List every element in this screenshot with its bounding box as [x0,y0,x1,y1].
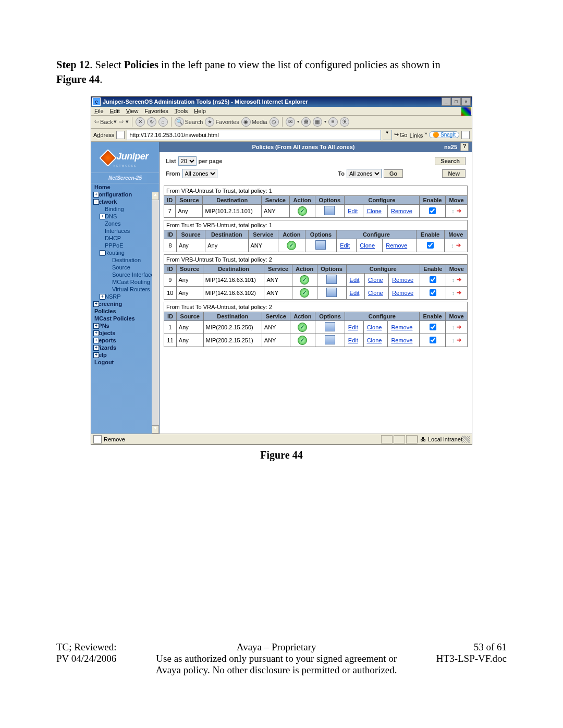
enable-checkbox[interactable] [427,242,434,249]
tree-expander-icon[interactable]: - [100,250,105,256]
nav-item-destination[interactable]: Destination [91,256,159,264]
log-option-icon[interactable] [326,275,337,284]
nav-item-help[interactable]: +Help [91,351,159,359]
per-page-select[interactable]: 20 [178,156,197,166]
nav-scrollbar[interactable]: ▲▼ [152,192,159,434]
media-button[interactable]: ◉Media [241,117,267,127]
clone-link[interactable]: Clone [368,290,383,296]
move-arrow-icon[interactable]: ➔ [457,207,461,214]
log-option-icon[interactable] [325,322,335,331]
log-option-icon[interactable] [324,206,335,215]
move-updown-icon[interactable]: ↕ [451,337,455,343]
refresh-icon[interactable]: ↻ [147,117,156,127]
move-arrow-icon[interactable]: ➔ [457,276,461,283]
nav-item-network[interactable]: -Network [91,198,159,205]
edit-link[interactable]: Edit [350,290,360,296]
snagit-button[interactable]: 🟠 SnagIt [429,131,459,138]
tree-expander-icon[interactable]: + [93,192,99,198]
log-option-icon[interactable] [325,335,335,344]
move-arrow-icon[interactable]: ➔ [457,289,461,296]
snagit-capture-icon[interactable] [461,131,470,139]
nav-item-pppoe[interactable]: PPPoE [91,242,159,249]
clone-link[interactable]: Clone [367,337,382,343]
menu-favorites[interactable]: Favorites [144,108,168,114]
nav-item-objects[interactable]: +Objects [91,329,159,337]
nav-item-dhcp[interactable]: DHCP [91,235,159,242]
nav-item-logout[interactable]: Logout [91,359,159,366]
links-label[interactable]: Links » [409,131,427,139]
enable-checkbox[interactable] [429,207,436,214]
tree-expander-icon[interactable]: + [93,330,99,336]
nav-item-reports[interactable]: +Reports [91,337,159,344]
nav-item-vpns[interactable]: +VPNs [91,322,159,329]
move-updown-icon[interactable]: ↕ [452,277,455,283]
search-button[interactable]: 🔍Search [175,117,203,127]
nav-item-source-interface[interactable]: Source Interface [91,271,159,278]
clone-link[interactable]: Clone [366,208,382,214]
edit-link[interactable]: Edit [348,337,358,343]
nav-item-configuration[interactable]: +Configuration [91,191,159,198]
move-updown-icon[interactable]: ↕ [451,242,454,249]
search-button[interactable]: Search [435,157,466,165]
maximize-button[interactable]: □ [451,97,461,106]
move-updown-icon[interactable]: ↕ [451,208,455,214]
nav-item-interfaces[interactable]: Interfaces [91,227,159,235]
nav-item-mcast-policies[interactable]: MCast Policies [91,315,159,322]
edit-link[interactable]: Edit [348,208,358,214]
go-button[interactable]: ↪ Go [394,131,408,138]
tree-expander-icon[interactable]: - [93,199,99,205]
nav-item-virtual-routers[interactable]: Virtual Routers [91,286,159,293]
back-button[interactable]: ⇦Back ▾ [94,118,117,125]
remove-link[interactable]: Remove [392,290,413,296]
remove-link[interactable]: Remove [391,208,412,214]
log-option-icon[interactable] [326,288,337,297]
move-arrow-icon[interactable]: ➔ [457,337,461,343]
nav-item-policies[interactable]: Policies [91,307,159,315]
nav-item-wizards[interactable]: +Wizards [91,344,159,351]
favorites-button[interactable]: ★Favorites [205,117,239,127]
discuss-icon[interactable]: ≡ [328,117,338,127]
move-arrow-icon[interactable]: ➔ [457,324,461,330]
address-input[interactable] [127,130,381,140]
remove-link[interactable]: Remove [391,324,412,330]
tree-expander-icon[interactable]: + [93,338,99,343]
minimize-button[interactable]: _ [442,97,451,106]
edit-link[interactable]: Edit [348,324,358,330]
nav-item-routing[interactable]: -Routing [91,249,159,256]
menu-view[interactable]: View [126,108,139,114]
nav-item-zones[interactable]: Zones [91,220,159,227]
enable-checkbox[interactable] [430,289,436,296]
clone-link[interactable]: Clone [367,324,382,330]
tree-expander-icon[interactable]: + [93,352,99,358]
stop-icon[interactable]: ✕ [136,117,145,127]
nav-item-dns[interactable]: +DNS [91,213,159,220]
forward-button[interactable]: ⇨ ▾ [119,118,128,125]
address-dropdown[interactable]: ▼ [383,130,392,140]
edit-link[interactable]: Edit [350,277,360,283]
nav-item-nsrp[interactable]: +NSRP [91,293,159,300]
print-icon[interactable]: 🖶 [301,117,311,127]
tree-expander-icon[interactable]: + [93,345,99,351]
clone-link[interactable]: Clone [368,277,383,283]
move-updown-icon[interactable]: ↕ [451,324,455,330]
edit-link[interactable]: Edit [340,242,350,249]
tree-expander-icon[interactable]: + [100,294,105,300]
enable-checkbox[interactable] [430,324,436,330]
mail-icon[interactable]: ✉ [286,117,295,127]
edit-icon[interactable]: ▦ [313,117,322,127]
nav-item-binding[interactable]: Binding [91,205,159,213]
menu-file[interactable]: File [94,108,104,114]
enable-checkbox[interactable] [430,337,436,343]
remove-link[interactable]: Remove [392,277,413,283]
help-button[interactable]: ? [460,143,469,151]
nav-item-screening[interactable]: +Screening [91,300,159,307]
tree-expander-icon[interactable]: + [93,323,99,329]
to-zone-select[interactable]: All zones [347,169,382,178]
clone-link[interactable]: Clone [360,242,375,249]
close-button[interactable]: × [461,97,471,106]
history-icon[interactable]: ◷ [270,117,279,127]
nav-item-source[interactable]: Source [91,264,159,271]
remove-link[interactable]: Remove [391,337,412,343]
research-icon[interactable]: ℜ [340,117,349,127]
enable-checkbox[interactable] [430,276,436,283]
